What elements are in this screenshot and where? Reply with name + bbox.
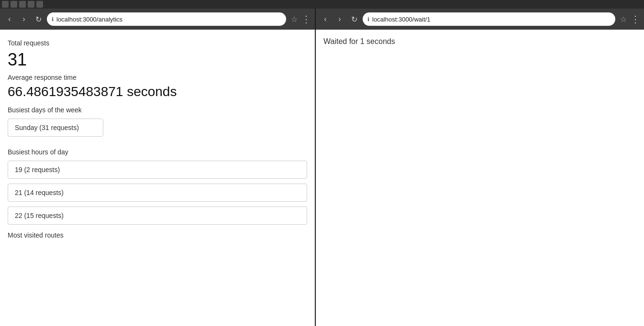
busiest-day-item: Sunday (31 requests): [8, 119, 103, 137]
total-requests-value: 31: [8, 50, 307, 70]
avg-response-value: 66.4861935483871 seconds: [8, 84, 307, 99]
busiest-hour-item: 21 (14 requests): [8, 184, 307, 202]
busiest-days-title: Busiest days of the week: [8, 106, 307, 114]
avg-response-label: Average response time: [8, 74, 307, 81]
busiest-hour-item: 22 (15 requests): [8, 206, 307, 225]
left-menu-button[interactable]: ⋮: [301, 13, 311, 25]
right-forward-button[interactable]: ›: [334, 13, 345, 25]
left-url-text: localhost:3000/analytics: [56, 16, 281, 23]
right-lock-icon: ℹ: [367, 16, 369, 22]
left-forward-button[interactable]: ›: [18, 13, 30, 25]
left-browser-window: ‹ › ↻ ℹ localhost:3000/analytics ☆ ⋮ Tot…: [0, 9, 316, 326]
right-page-content: Waited for 1 seconds: [316, 30, 644, 326]
taskbar-icon-2: [11, 1, 17, 8]
total-requests-label: Total requests: [8, 39, 307, 47]
taskbar-icon-5: [36, 1, 43, 8]
right-browser-toolbar: ‹ › ↻ ℹ localhost:3000/wait/1 ☆ ⋮: [316, 9, 644, 30]
right-browser-window: ‹ › ↻ ℹ localhost:3000/wait/1 ☆ ⋮ Waited…: [316, 9, 644, 326]
taskbar: [0, 0, 644, 9]
browsers-container: ‹ › ↻ ℹ localhost:3000/analytics ☆ ⋮ Tot…: [0, 9, 644, 326]
left-bookmark-button[interactable]: ☆: [291, 15, 298, 24]
busiest-hours-list: 19 (2 requests)21 (14 requests)22 (15 re…: [8, 161, 307, 225]
busiest-days-list: Sunday (31 requests): [8, 119, 307, 141]
left-browser-toolbar: ‹ › ↻ ℹ localhost:3000/analytics ☆ ⋮: [0, 9, 315, 30]
taskbar-icon-4: [28, 1, 34, 8]
right-url-text: localhost:3000/wait/1: [372, 16, 611, 23]
right-address-bar[interactable]: ℹ localhost:3000/wait/1: [363, 12, 615, 26]
left-page-content: Total requests 31 Average response time …: [0, 30, 315, 326]
left-lock-icon: ℹ: [52, 16, 54, 22]
busiest-hours-title: Busiest hours of day: [8, 148, 307, 156]
left-address-bar[interactable]: ℹ localhost:3000/analytics: [47, 12, 286, 26]
right-menu-button[interactable]: ⋮: [631, 13, 640, 25]
most-visited-label: Most visited routes: [8, 231, 307, 239]
wait-message: Waited for 1 seconds: [323, 37, 636, 46]
right-back-button[interactable]: ‹: [320, 13, 331, 25]
taskbar-icon-1: [2, 1, 9, 8]
right-reload-button[interactable]: ↻: [348, 13, 360, 25]
taskbar-icon-3: [19, 1, 26, 8]
left-back-button[interactable]: ‹: [4, 13, 15, 25]
right-bookmark-button[interactable]: ☆: [620, 15, 627, 24]
busiest-hour-item: 19 (2 requests): [8, 161, 307, 179]
left-reload-button[interactable]: ↻: [33, 13, 44, 25]
